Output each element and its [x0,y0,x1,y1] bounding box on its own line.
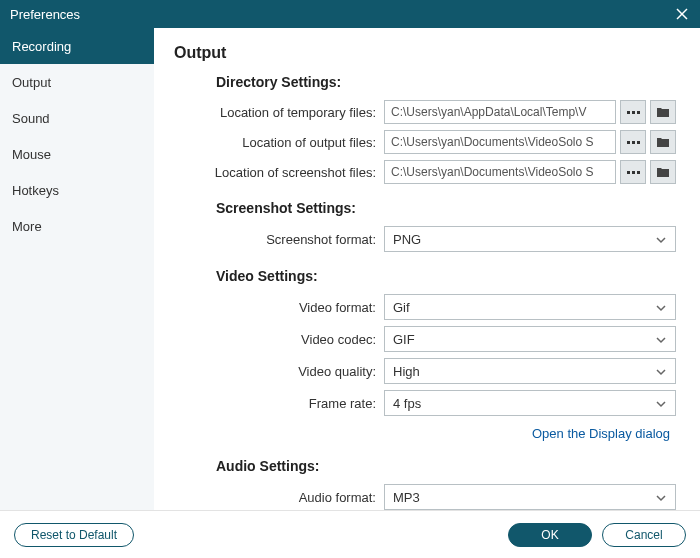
select-value: PNG [393,232,421,247]
label-temp-files: Location of temporary files: [174,105,384,120]
button-label: OK [541,528,558,542]
footer: Reset to Default OK Cancel [0,510,700,558]
chevron-down-icon [655,300,667,315]
row-frame-rate: Frame rate: 4 fps [174,390,676,416]
body: Recording Output Sound Mouse Hotkeys Mor… [0,28,700,510]
select-value: MP3 [393,490,420,505]
sidebar-item-label: Recording [12,39,71,54]
sidebar-item-output[interactable]: Output [0,64,154,100]
section-video-title: Video Settings: [216,268,676,284]
content: Output Directory Settings: Location of t… [154,28,700,510]
sidebar-item-label: Output [12,75,51,90]
input-output-files[interactable]: C:\Users\yan\Documents\VideoSolo S [384,130,616,154]
label-audio-format: Audio format: [174,490,384,505]
select-value: Gif [393,300,410,315]
row-temp-files: Location of temporary files: C:\Users\ya… [174,100,676,124]
window-title: Preferences [10,7,80,22]
sidebar-item-hotkeys[interactable]: Hotkeys [0,172,154,208]
section-screenshot-title: Screenshot Settings: [216,200,676,216]
close-icon[interactable] [674,6,690,22]
label-output-files: Location of output files: [174,135,384,150]
more-icon[interactable] [620,100,646,124]
select-screenshot-format[interactable]: PNG [384,226,676,252]
row-video-codec: Video codec: GIF [174,326,676,352]
input-temp-files[interactable]: C:\Users\yan\AppData\Local\Temp\V [384,100,616,124]
chevron-down-icon [655,490,667,505]
label-video-codec: Video codec: [174,332,384,347]
sidebar-item-label: Mouse [12,147,51,162]
folder-icon[interactable] [650,100,676,124]
sidebar: Recording Output Sound Mouse Hotkeys Mor… [0,28,154,510]
sidebar-item-label: More [12,219,42,234]
chevron-down-icon [655,396,667,411]
input-screenshot-files[interactable]: C:\Users\yan\Documents\VideoSolo S [384,160,616,184]
chevron-down-icon [655,364,667,379]
chevron-down-icon [655,332,667,347]
select-video-format[interactable]: Gif [384,294,676,320]
page-title: Output [174,44,676,62]
label-screenshot-files: Location of screenshot files: [174,165,384,180]
select-audio-format[interactable]: MP3 [384,484,676,510]
row-audio-format: Audio format: MP3 [174,484,676,510]
select-video-quality[interactable]: High [384,358,676,384]
label-frame-rate: Frame rate: [174,396,384,411]
label-video-quality: Video quality: [174,364,384,379]
row-screenshot-files: Location of screenshot files: C:\Users\y… [174,160,676,184]
ok-button[interactable]: OK [508,523,592,547]
row-output-files: Location of output files: C:\Users\yan\D… [174,130,676,154]
sidebar-item-recording[interactable]: Recording [0,28,154,64]
select-value: GIF [393,332,415,347]
select-value: High [393,364,420,379]
select-video-codec[interactable]: GIF [384,326,676,352]
open-display-dialog-link[interactable]: Open the Display dialog [532,426,670,441]
preferences-window: Preferences Recording Output Sound Mouse… [0,0,700,558]
row-video-quality: Video quality: High [174,358,676,384]
section-directory-title: Directory Settings: [216,74,676,90]
cancel-button[interactable]: Cancel [602,523,686,547]
sidebar-item-sound[interactable]: Sound [0,100,154,136]
sidebar-item-more[interactable]: More [0,208,154,244]
label-screenshot-format: Screenshot format: [174,232,384,247]
row-video-format: Video format: Gif [174,294,676,320]
titlebar: Preferences [0,0,700,28]
button-label: Reset to Default [31,528,117,542]
sidebar-item-mouse[interactable]: Mouse [0,136,154,172]
select-frame-rate[interactable]: 4 fps [384,390,676,416]
sidebar-item-label: Sound [12,111,50,126]
section-audio-title: Audio Settings: [216,458,676,474]
more-icon[interactable] [620,130,646,154]
select-value: 4 fps [393,396,421,411]
reset-button[interactable]: Reset to Default [14,523,134,547]
more-icon[interactable] [620,160,646,184]
display-dialog-row: Open the Display dialog [174,424,670,442]
label-video-format: Video format: [174,300,384,315]
chevron-down-icon [655,232,667,247]
folder-icon[interactable] [650,130,676,154]
row-screenshot-format: Screenshot format: PNG [174,226,676,252]
content-scroll[interactable]: Output Directory Settings: Location of t… [154,28,700,510]
sidebar-item-label: Hotkeys [12,183,59,198]
folder-icon[interactable] [650,160,676,184]
button-label: Cancel [625,528,662,542]
